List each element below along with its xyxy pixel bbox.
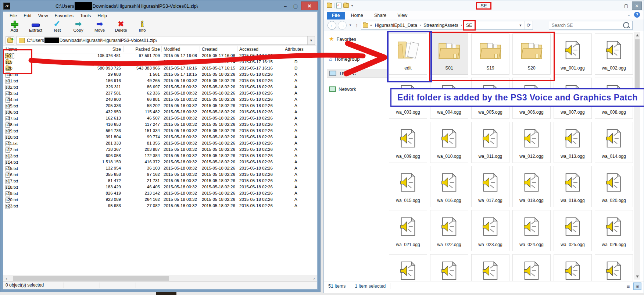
sidebar-item-network[interactable]: Network [327,85,386,93]
forward-button[interactable]: → [338,21,347,30]
column-header-created[interactable]: Created [202,47,218,52]
breadcrumb-item-higurashiep01_data[interactable]: HigurashiEp01_Data [374,22,418,28]
up-button[interactable]: ↑ [354,22,359,28]
maximize-button[interactable]: ▢ [622,2,631,10]
file-tile[interactable] [389,254,427,282]
delete-button[interactable]: ✖Delete [114,19,128,32]
menu-favorites[interactable]: Favorites [51,13,77,19]
horizontal-scrollbar[interactable]: ‹ › [3,275,317,282]
table-row[interactable]: s10.txt391 80499 7742015-05-18 00:322015… [3,134,317,141]
folder-tile-S19[interactable]: S19 [471,33,509,75]
table-row[interactable]: s13.txt606 058172 3842015-05-18 00:32201… [3,153,317,159]
table-row[interactable]: s16.txt355 65897 1622015-05-18 00:322015… [3,172,317,178]
vertical-scrollbar[interactable] [634,32,640,280]
table-row[interactable]: s07.txt162 61346 5072015-05-18 00:322015… [3,115,317,122]
file-tile[interactable] [430,254,468,282]
sidebar-item-homegroup[interactable]: ⌂Homegroup [327,55,386,63]
folder-tile-S01[interactable]: S01 [430,33,468,75]
table-row[interactable]: s08.txt416 653117 2472015-05-18 00:32201… [3,122,317,128]
maximize-button[interactable]: ▢ [291,2,300,10]
file-tile-wa_006.ogg[interactable]: wa_006.ogg [512,78,551,119]
expand-ribbon-icon[interactable]: ⌄ [627,13,630,17]
column-header-packed-size[interactable]: Packed Size [125,47,160,52]
column-divider[interactable] [161,46,162,52]
file-tile-wa_005.ogg[interactable]: wa_005.ogg [471,78,509,119]
table-row[interactable]: s18.txt183 42946 4052015-05-18 00:322015… [3,184,317,191]
table-row[interactable]: s12.txt738 367203 8872015-05-18 00:32201… [3,147,317,153]
refresh-icon[interactable]: ⟳ [524,21,533,29]
column-header-size[interactable]: Size [68,47,121,52]
file-tile-wa_018.ogg[interactable]: wa_018.ogg [512,166,551,207]
scroll-left-arrow[interactable]: ‹ [3,275,10,281]
tab-file[interactable]: File [327,12,345,19]
file-tile-wa_001.ogg[interactable]: wa_001.ogg [554,33,592,75]
file-tile[interactable] [471,254,509,282]
move-button[interactable]: ➡Move [92,19,107,32]
column-header-name[interactable]: Name [6,47,17,52]
file-tile-wa_026.ogg[interactable]: wa_026.ogg [595,210,633,251]
file-tile-wa_024.ogg[interactable]: wa_024.ogg [512,210,551,251]
back-button[interactable]: ← [328,21,336,30]
breadcrumb-chevron-icon[interactable]: › [459,23,464,27]
scroll-up-arrow[interactable] [634,32,640,38]
add-button[interactable]: Add [7,19,22,32]
column-header-modified[interactable]: Modified [164,47,180,52]
file-tile-wa_025.ogg[interactable]: wa_025.ogg [554,210,592,251]
file-tile[interactable] [512,254,551,282]
chevron-down-icon[interactable]: ▼ [307,36,315,45]
table-row[interactable]: s19.txt826 419213 1422015-05-18 00:32201… [3,191,317,197]
menu-file[interactable]: File [6,13,20,19]
sidebar-item-favorites[interactable]: ★Favorites [327,35,386,43]
file-tile-wa_015.ogg[interactable]: wa_015.ogg [389,166,427,207]
file-tile-wa_003.ogg[interactable]: wa_003.ogg [389,78,427,119]
breadcrumb-bar[interactable]: « HigurashiEp01_Data›StreamingAssets›SE … [361,21,533,30]
file-tile-wa_022.ogg[interactable]: wa_022.ogg [430,210,468,251]
column-divider[interactable] [123,46,124,52]
file-tile-wa_004.ogg[interactable]: wa_004.ogg [430,78,468,119]
copy-button[interactable]: ➡Copy [71,19,86,32]
table-row[interactable]: s00.txt29 6881 5612015-05-17 18:152015-0… [3,72,317,78]
minimize-button[interactable]: – [280,2,290,10]
table-row[interactable]: s03.txt237 58162 3362015-05-18 00:322015… [3,90,317,97]
tab-share[interactable]: Share [369,12,391,19]
breadcrumb-item-streamingassets[interactable]: StreamingAssets [423,22,459,28]
file-tile[interactable] [554,254,592,282]
file-tile-wa_009.ogg[interactable]: wa_009.ogg [389,122,427,163]
extract-button[interactable]: Extract [28,19,43,32]
breadcrumb-root[interactable]: « [368,23,374,27]
table-row[interactable]: s20580 093 725543 383 9662015-05-17 16:1… [3,65,317,72]
folder-icon[interactable] [327,3,332,8]
menu-tools[interactable]: Tools [77,13,94,19]
scrollbar-thumb[interactable] [635,39,640,95]
properties-icon[interactable] [336,3,341,8]
table-row[interactable]: s01105 376 48197 591 7092015-05-17 16:08… [3,53,317,59]
column-divider[interactable] [66,46,66,52]
column-divider[interactable] [200,46,200,52]
table-row[interactable]: s11.txt281 33381 3552015-05-18 00:322015… [3,141,317,147]
recent-locations-icon[interactable]: ▼ [348,24,353,27]
table-row[interactable]: s23.txt95 68327 0822015-05-18 00:322015-… [3,203,317,209]
sevenzip-titlebar[interactable]: 7z C:\UsersDownloads\Higurashi\Higurashi… [0,0,320,11]
table-row[interactable]: s20.txt923 089264 1622015-05-18 00:32201… [3,197,317,203]
info-button[interactable]: iInfo [135,19,150,32]
archive-path-input[interactable]: C:\UsersDownloads\Higurashi\HigurashiPS3… [17,36,315,45]
sidebar-item-this-pc[interactable]: This PC [327,69,387,78]
menu-view[interactable]: View [35,13,51,19]
table-row[interactable]: s01.txt186 91649 2652015-05-18 00:322015… [3,78,317,84]
details-view-toggle-icon[interactable]: ☰ [624,282,632,290]
breadcrumb-item-se[interactable]: SE [464,21,475,29]
thumbnail-view-toggle-icon[interactable]: ▣ [633,282,641,290]
tab-view[interactable]: View [392,12,412,19]
close-button[interactable]: ✕ [632,1,642,10]
column-divider[interactable] [283,46,283,52]
menu-edit[interactable]: Edit [20,13,35,19]
file-tile-wa_017.ogg[interactable]: wa_017.ogg [471,166,509,207]
tab-home[interactable]: Home [346,12,368,19]
table-row[interactable]: s04.txt248 90066 8812015-05-18 00:322015… [3,97,317,103]
breadcrumb-chevron-icon[interactable]: › [418,23,423,27]
table-row[interactable]: s09.txt564 736151 3342015-05-18 00:32201… [3,128,317,134]
explorer-titlebar[interactable]: ▼ SE – ▢ ✕ [324,0,644,11]
table-row[interactable]: s192015-05-17 16:152015-05-17 16:142015-… [3,59,317,65]
file-tile-wa_002.ogg[interactable]: wa_002.ogg [595,33,633,75]
close-button[interactable]: ✕ [301,1,318,10]
